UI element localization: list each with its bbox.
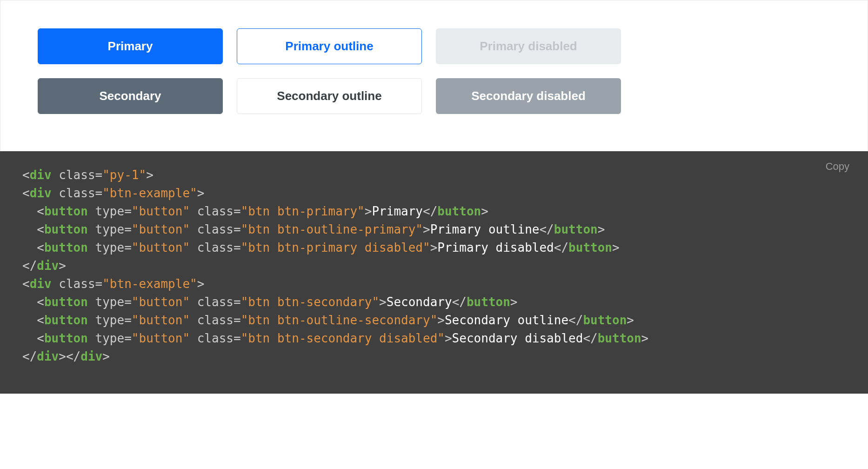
secondary-button[interactable]: Secondary xyxy=(38,78,223,114)
code-line: <div class="btn-example"> xyxy=(22,184,846,202)
copy-button[interactable]: Copy xyxy=(826,161,849,173)
primary-disabled-button: Primary disabled xyxy=(436,28,621,64)
preview-panel: Primary Primary outline Primary disabled… xyxy=(0,0,868,151)
primary-outline-button[interactable]: Primary outline xyxy=(237,28,422,64)
button-row-primary: Primary Primary outline Primary disabled xyxy=(38,28,830,64)
button-row-secondary: Secondary Secondary outline Secondary di… xyxy=(38,78,830,114)
code-line: <button type="button" class="btn btn-pri… xyxy=(22,239,846,257)
code-panel: Copy <div class="py-1"><div class="btn-e… xyxy=(0,151,868,394)
code-line: <button type="button" class="btn btn-out… xyxy=(22,221,846,239)
secondary-disabled-button: Secondary disabled xyxy=(436,78,621,114)
code-block: <div class="py-1"><div class="btn-exampl… xyxy=(22,166,846,366)
code-line: <button type="button" class="btn btn-out… xyxy=(22,311,846,329)
secondary-outline-button[interactable]: Secondary outline xyxy=(237,78,422,114)
primary-button[interactable]: Primary xyxy=(38,28,223,64)
code-line: <button type="button" class="btn btn-sec… xyxy=(22,293,846,311)
code-line: <button type="button" class="btn btn-sec… xyxy=(22,329,846,348)
code-line: <div class="py-1"> xyxy=(22,166,846,184)
code-line: </div></div> xyxy=(22,348,846,366)
code-line: <button type="button" class="btn btn-pri… xyxy=(22,202,846,221)
example-container: Primary Primary outline Primary disabled… xyxy=(0,0,868,394)
code-line: </div> xyxy=(22,257,846,275)
code-line: <div class="btn-example"> xyxy=(22,275,846,293)
